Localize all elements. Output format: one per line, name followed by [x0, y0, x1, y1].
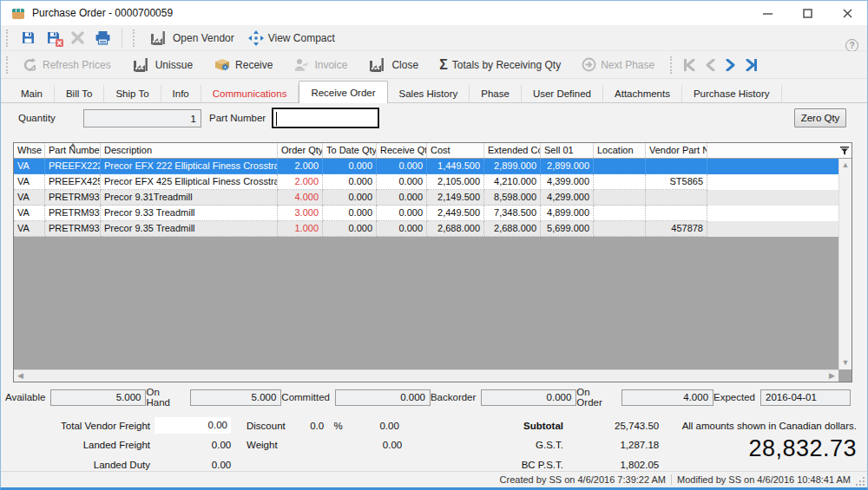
next-record-icon[interactable]	[725, 59, 735, 71]
grid-cell[interactable]: PRETRM935	[45, 221, 101, 237]
table-row[interactable]: VAPRETRM935Precor 9.35 Treadmill1.0000.0…	[14, 221, 838, 237]
invoice-button[interactable]: Invoice	[286, 55, 354, 75]
column-header-extended-cost[interactable]: Extended Cost	[484, 143, 541, 158]
grid-cell[interactable]	[594, 221, 646, 237]
view-compact-button[interactable]: View Compact	[241, 28, 342, 49]
grid-cell[interactable]: 0.000	[323, 174, 377, 190]
tab-ship-to[interactable]: Ship To	[104, 85, 161, 103]
tab-bill-to[interactable]: Bill To	[55, 85, 104, 103]
grid-cell[interactable]: PRETRM931	[45, 190, 101, 206]
column-header-part-number[interactable]: Part Number	[45, 143, 101, 158]
grid-cell[interactable]: 0.000	[377, 190, 427, 206]
grid-cell[interactable]: VA	[14, 174, 45, 190]
grid-cell[interactable]: 4,399.000	[541, 174, 594, 190]
save-close-button[interactable]	[41, 28, 66, 49]
grid-cell[interactable]: 2,899.000	[484, 159, 541, 174]
minimize-button[interactable]	[747, 1, 787, 25]
toolbar-grip[interactable]	[133, 29, 137, 47]
grid-cell[interactable]: Precor 9.35 Treadmill	[101, 221, 278, 237]
column-header-sell-01[interactable]: Sell 01	[541, 143, 594, 158]
stock-value-field[interactable]: 5.000	[190, 389, 282, 406]
grid-cell[interactable]: Precor 9.33 Treadmill	[101, 206, 278, 221]
tab-main[interactable]: Main	[10, 85, 55, 103]
vendor-freight-input[interactable]: 0.00	[155, 417, 231, 434]
tab-phase[interactable]: Phase	[470, 85, 522, 103]
grid-cell[interactable]: 4.000	[278, 190, 323, 206]
stock-value-field[interactable]: 0.000	[481, 389, 576, 406]
column-header-receive-qty[interactable]: Receive Qty	[377, 143, 427, 158]
grid-cell[interactable]: 0.000	[323, 190, 377, 206]
horizontal-scrollbar[interactable]: ◀ ▶	[14, 369, 838, 382]
grid-cell[interactable]: VA	[14, 190, 45, 206]
grid-cell[interactable]: VA	[14, 159, 45, 174]
totals-by-receiving-qty-button[interactable]: Σ Totals by Receiving Qty	[432, 55, 568, 75]
toolbar-grip[interactable]	[6, 29, 10, 47]
grid-cell[interactable]: 0.000	[377, 221, 427, 237]
grid-cell[interactable]: 2,688.000	[484, 221, 541, 237]
grid-cell[interactable]: 0.000	[377, 174, 427, 190]
toolbar-grip[interactable]	[6, 56, 10, 74]
grid-cell[interactable]	[594, 159, 646, 174]
grid-cell[interactable]	[646, 190, 707, 206]
column-header-vendor-part-no[interactable]: Vendor Part No	[646, 143, 707, 158]
column-header-cost[interactable]: Cost	[427, 143, 484, 158]
table-row[interactable]: VAPRETRM931Precor 9.31Treadmill4.0000.00…	[14, 190, 838, 206]
tab-communications[interactable]: Communications	[201, 85, 299, 103]
column-header-whse[interactable]: Whse	[14, 143, 45, 158]
grid-cell[interactable]: PREEFX222	[45, 159, 101, 174]
grid-cell[interactable]	[646, 206, 707, 221]
table-row[interactable]: VAPREEFX222Precor EFX 222 Elliptical Fin…	[14, 159, 838, 174]
grid-cell[interactable]: 0.000	[323, 221, 377, 237]
grid-cell[interactable]: 0.000	[323, 159, 377, 174]
grid-cell[interactable]: 457878	[646, 221, 707, 237]
next-phase-button[interactable]: Next Phase	[575, 55, 661, 75]
part-number-input[interactable]	[272, 108, 379, 128]
grid-cell[interactable]: 2,105.000	[427, 174, 484, 190]
part-number-input-field[interactable]	[273, 109, 378, 127]
print-button[interactable]	[89, 28, 116, 49]
grid-cell[interactable]: 2,449.500	[427, 206, 484, 221]
table-row[interactable]: VAPRETRM933Precor 9.33 Treadmill3.0000.0…	[14, 206, 838, 221]
column-header-to-date-qty[interactable]: To Date Qty	[323, 143, 377, 158]
grid-cell[interactable]: 5,699.000	[541, 221, 594, 237]
grid-cell[interactable]: PRETRM933	[45, 206, 101, 221]
tab-sales-history[interactable]: Sales History	[388, 85, 470, 103]
column-header-location[interactable]: Location	[594, 143, 646, 158]
table-row[interactable]: VAPREEFX425Precor EFX 425 Elliptical Fin…	[14, 174, 838, 190]
toolbar-grip[interactable]	[670, 56, 674, 74]
grid-cell[interactable]: 1,449.500	[427, 159, 484, 174]
zero-qty-button[interactable]: Zero Qty	[794, 108, 846, 127]
previous-record-icon[interactable]	[706, 59, 716, 71]
grid-cell[interactable]: Precor 9.31Treadmill	[101, 190, 278, 206]
close-button[interactable]	[827, 1, 867, 25]
vertical-scrollbar[interactable]: ▲ ▼	[838, 159, 852, 369]
maximize-button[interactable]	[787, 1, 827, 25]
resize-grip-icon[interactable]	[856, 477, 865, 486]
tab-purchase-history[interactable]: Purchase History	[682, 85, 782, 103]
quantity-input[interactable]	[83, 109, 201, 127]
grid-cell[interactable]: 2,899.000	[541, 159, 594, 174]
unissue-button[interactable]: Unissue	[125, 55, 200, 75]
stock-value-field[interactable]: 2016-04-01	[760, 389, 851, 406]
last-record-icon[interactable]	[744, 59, 758, 71]
column-header-order-qty[interactable]: Order Qty	[278, 143, 323, 158]
scroll-up-icon[interactable]: ▲	[842, 161, 850, 169]
first-record-icon[interactable]	[683, 59, 697, 71]
grid-cell[interactable]: 4,210.000	[484, 174, 541, 190]
tab-attachments[interactable]: Attachments	[603, 85, 682, 103]
grid-cell[interactable]	[594, 190, 646, 206]
stock-value-field[interactable]: 0.000	[335, 389, 431, 406]
receive-button[interactable]: Receive	[207, 55, 279, 75]
grid-cell[interactable]: 2.000	[278, 174, 323, 190]
grid-cell[interactable]: 4,899.000	[541, 206, 594, 221]
grid-cell[interactable]: 8,598.000	[484, 190, 541, 206]
grid-cell[interactable]: 0.000	[323, 206, 377, 221]
stock-value-field[interactable]: 4.000	[621, 389, 713, 406]
grid-cell[interactable]: 0.000	[377, 159, 427, 174]
grid-cell[interactable]: 1.000	[278, 221, 323, 237]
scroll-right-icon[interactable]: ▶	[829, 372, 835, 380]
grid-cell[interactable]: 0.000	[377, 206, 427, 221]
tab-info[interactable]: Info	[161, 85, 201, 103]
grid-cell[interactable]: 4,299.000	[541, 190, 594, 206]
refresh-prices-button[interactable]: Refresh Prices	[16, 55, 118, 75]
